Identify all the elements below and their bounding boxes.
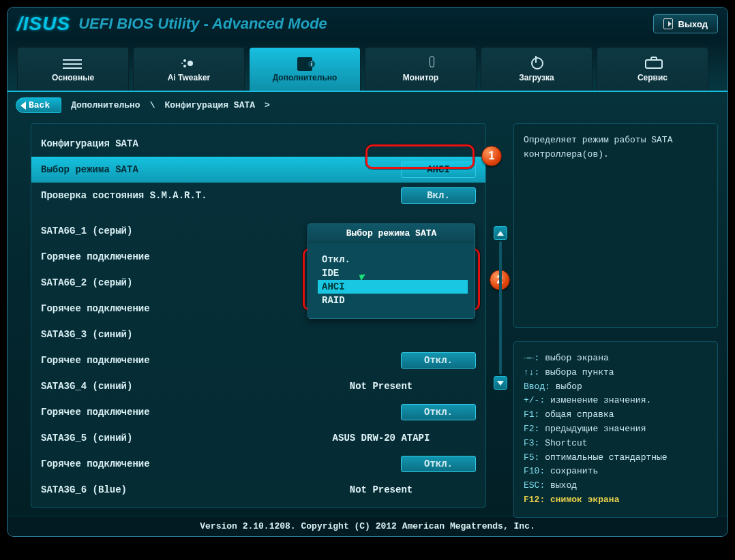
content-area: Back Дополнительно\ Конфигурация SATA > … — [7, 91, 728, 516]
asus-logo: /ISUS — [17, 13, 70, 35]
sata-mode-value-button[interactable]: AHCI — [401, 161, 476, 178]
dropdown-option-disabled[interactable]: Откл. — [318, 253, 468, 266]
row-label: SATA3G_3 (синий) — [41, 329, 286, 340]
row-label: Горячее подключение — [41, 407, 286, 418]
hotkeys-panel: →←: выбор экрана ↑↓: выбора пункта Ввод:… — [513, 341, 718, 518]
row-label: SATA3G_6 (Blue) — [41, 484, 286, 495]
hotkey-line: F1: общая справка — [524, 408, 708, 422]
breadcrumb-part: Конфигурация SATA — [164, 100, 255, 110]
hotplug-value-button[interactable]: Откл. — [401, 404, 476, 420]
hotkey-line-screenshot: F12: снимок экрана — [524, 493, 708, 508]
exit-label: Выход — [678, 19, 708, 29]
tab-tool[interactable]: Сервис — [597, 47, 708, 91]
row-smart[interactable]: Проверка состояния S.M.A.R.T. Вкл. — [31, 183, 485, 208]
hotkey-line: +/-: изменение значения. — [524, 394, 708, 408]
row-hotplug-5[interactable]: Горячее подключение Откл. — [31, 451, 485, 477]
title-bar: /ISUS UEFI BIOS Utility - Advanced Mode … — [7, 7, 728, 40]
hotkey-line: F3: Shortcut — [524, 437, 708, 451]
row-label: Горячее подключение — [41, 303, 286, 314]
smart-value-button[interactable]: Вкл. — [401, 187, 476, 204]
dropdown-title: Выбор режима SATA — [308, 224, 475, 243]
footer-bar: Version 2.10.1208. Copyright (C) 2012 Am… — [7, 516, 728, 536]
hotplug-value-button[interactable]: Откл. — [401, 352, 476, 369]
hotkey-line: ESC: выход — [524, 479, 708, 493]
tab-main[interactable]: Основные — [17, 47, 129, 91]
row-sata3g3: SATA3G_3 (синий) — [31, 322, 485, 347]
row-label: Горячее подключение — [41, 355, 286, 366]
tab-label: Загрузка — [519, 73, 554, 82]
row-label: SATA3G_4 (синий) — [41, 381, 286, 392]
dropdown-option-ahci[interactable]: AHCI — [318, 280, 468, 294]
back-button[interactable]: Back — [16, 97, 61, 113]
row-value: Not Present — [286, 484, 476, 495]
scroll-down-button[interactable] — [494, 376, 507, 390]
chevron-down-icon — [497, 381, 504, 386]
row-hotplug-4[interactable]: Горячее подключение Откл. — [31, 399, 485, 425]
row-sata3g4: SATA3G_4 (синий) Not Present — [31, 373, 485, 399]
power-icon — [526, 57, 547, 70]
tab-monitor[interactable]: Монитор — [365, 47, 477, 91]
tab-label: Сервис — [638, 73, 668, 82]
tab-ai-tweaker[interactable]: Ai Tweaker — [133, 47, 245, 91]
settings-panel: Конфигурация SATA Выбор режима SATA AHCI… — [31, 123, 486, 508]
footer-text: Version 2.10.1208. Copyright (C) 2012 Am… — [200, 521, 535, 531]
side-panels: Определяет режим работы SATA контроллера… — [513, 123, 718, 508]
dropdown-option-ide[interactable]: IDE — [318, 266, 468, 280]
hotkey-line: ↑↓: выбора пункта — [524, 366, 708, 380]
exit-button[interactable]: Выход — [653, 14, 718, 33]
thermometer-icon — [416, 57, 425, 70]
exit-icon — [663, 18, 673, 29]
tab-label: Дополнительно — [273, 73, 338, 82]
row-sata-mode[interactable]: Выбор режима SATA AHCI — [31, 157, 485, 183]
row-label: Выбор режима SATA — [41, 164, 286, 175]
list-icon — [63, 57, 83, 70]
tab-label: Монитор — [403, 73, 438, 82]
hotkey-line: F2: предыдущие значения — [524, 422, 708, 437]
row-sata3g6: SATA3G_6 (Blue) Not Present — [31, 477, 485, 503]
breadcrumb-arrow: > — [265, 100, 270, 110]
dropdown-body: Откл. IDE AHCI RAID — [308, 243, 475, 318]
tab-bar: Основные Ai Tweaker Дополнительно Монито… — [7, 40, 728, 91]
dropdown-option-raid[interactable]: RAID — [318, 294, 468, 307]
hotkey-line: Ввод: выбор — [524, 380, 708, 394]
scroll-up-button[interactable] — [494, 226, 507, 240]
chevron-left-icon — [20, 102, 26, 110]
breadcrumb-part: Дополнительно — [71, 100, 140, 110]
breadcrumb-sep: \ — [150, 100, 155, 110]
breadcrumb: Back Дополнительно\ Конфигурация SATA > — [16, 97, 270, 113]
description-panel: Определяет режим работы SATA контроллера… — [513, 123, 718, 328]
row-value: ASUS DRW-20 ATAPI — [286, 433, 476, 444]
toolbox-icon — [642, 57, 663, 70]
utility-title: UEFI BIOS Utility - Advanced Mode — [78, 15, 327, 33]
tab-boot[interactable]: Загрузка — [481, 47, 592, 91]
hotkey-line: →←: выбор экрана — [524, 352, 708, 366]
tab-label: Основные — [52, 73, 94, 82]
row-hotplug-3[interactable]: Горячее подключение Откл. — [31, 347, 485, 373]
heading-text: Конфигурация SATA — [41, 138, 286, 149]
chevron-up-icon — [497, 231, 504, 236]
hotkey-line: F5: оптимальные стандартные — [524, 451, 708, 465]
row-value: Not Present — [286, 381, 476, 392]
back-label: Back — [29, 100, 50, 110]
hotplug-value-button[interactable]: Откл. — [401, 456, 476, 472]
tab-advanced[interactable]: Дополнительно — [249, 47, 361, 91]
row-label: SATA6G_2 (серый) — [41, 277, 286, 288]
section-heading: Конфигурация SATA — [31, 131, 485, 157]
fan-icon — [181, 57, 197, 70]
sata-mode-dropdown[interactable]: Выбор режима SATA Откл. IDE AHCI RAID — [308, 223, 475, 319]
row-sata3g5: SATA3G_5 (синий) ASUS DRW-20 ATAPI — [31, 425, 485, 451]
description-text: Определяет режим работы SATA контроллера… — [524, 135, 672, 159]
hotkey-line: F10: сохранить — [524, 465, 708, 479]
row-label: SATA3G_5 (синий) — [41, 433, 286, 444]
row-label: Горячее подключение — [41, 458, 286, 469]
bios-window: /ISUS UEFI BIOS Utility - Advanced Mode … — [7, 7, 728, 537]
chip-icon — [295, 57, 315, 70]
row-label: Проверка состояния S.M.A.R.T. — [41, 190, 286, 201]
scrollbar-track[interactable] — [499, 241, 502, 375]
row-label: SATA6G_1 (серый) — [41, 225, 286, 236]
row-label: Горячее подключение — [41, 251, 286, 262]
tab-label: Ai Tweaker — [168, 73, 210, 82]
